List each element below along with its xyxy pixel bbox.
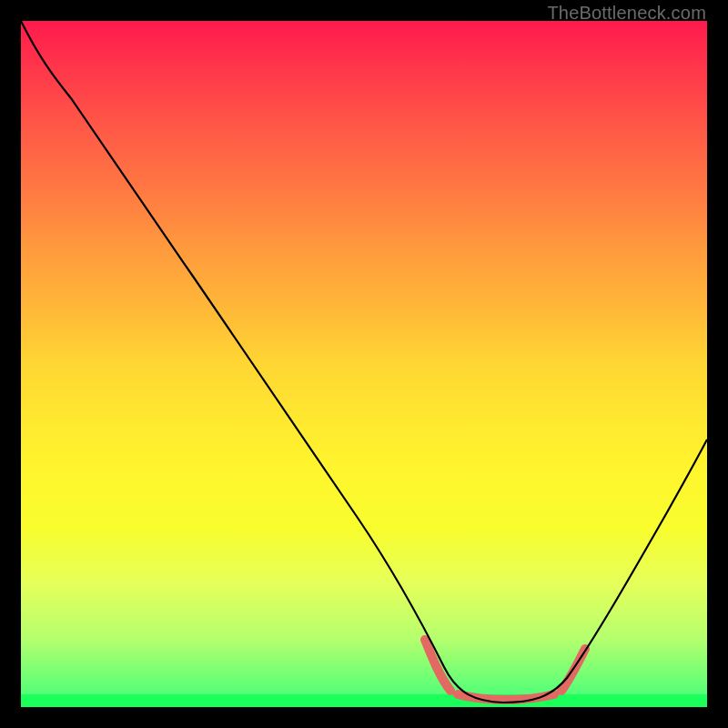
highlight-left-descent bbox=[425, 640, 450, 691]
chart-container: TheBottleneck.com bbox=[0, 0, 728, 728]
curve-svg bbox=[21, 21, 707, 707]
bottleneck-curve bbox=[21, 21, 707, 703]
plot-area bbox=[21, 21, 707, 707]
